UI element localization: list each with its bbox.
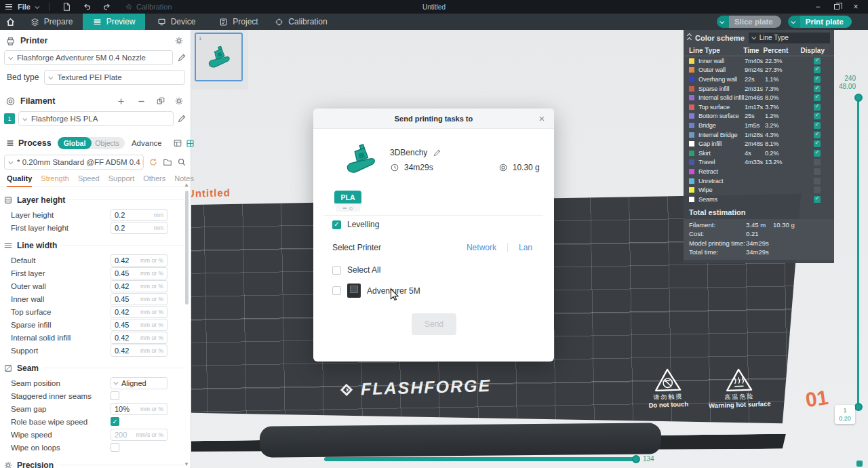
move-slider-handle[interactable] [632, 455, 640, 463]
chevron-down-icon[interactable] [35, 4, 39, 9]
print-dropdown-icon[interactable] [788, 16, 800, 28]
process-tab[interactable]: Others [143, 174, 165, 187]
undo-icon[interactable] [79, 1, 94, 12]
toolbar-tab[interactable]: Calibration [270, 14, 332, 30]
display-checkbox[interactable] [814, 104, 821, 111]
collapse-panel-icon[interactable] [688, 34, 691, 41]
edit-printer-icon[interactable] [177, 53, 186, 62]
display-checkbox[interactable] [814, 140, 821, 147]
file-menu[interactable]: File [18, 3, 31, 11]
display-checkbox[interactable] [814, 85, 821, 92]
param-input[interactable]: 0.45 mm or % [111, 267, 167, 279]
save-preset-icon[interactable] [163, 157, 172, 167]
param-input[interactable]: 0.42 mm or % [111, 345, 167, 357]
param-input[interactable]: 0.45 mm or % [111, 319, 167, 331]
display-checkbox[interactable] [814, 76, 821, 83]
network-link[interactable]: Network [456, 243, 507, 252]
scrollbar-thumb[interactable] [185, 191, 189, 305]
toolbar-tab[interactable]: Device [145, 14, 208, 30]
param-checkbox[interactable] [111, 443, 119, 452]
param-checkbox[interactable] [111, 417, 119, 426]
home-button[interactable] [0, 14, 20, 30]
param-input[interactable]: 0.42 mm or % [111, 254, 167, 267]
edit-filament-icon[interactable] [177, 114, 186, 123]
filament-settings-gear-icon[interactable] [174, 96, 184, 106]
slice-dropdown-icon[interactable] [717, 16, 729, 28]
display-checkbox[interactable] [814, 187, 821, 193]
dialog-close-icon[interactable]: × [536, 113, 547, 124]
display-checkbox[interactable] [814, 94, 821, 101]
layer-range-slider[interactable] [857, 97, 859, 408]
process-tab[interactable]: Quality [7, 174, 32, 187]
flush-volumes-icon[interactable] [156, 96, 165, 106]
param-input[interactable]: 0.42 mm or % [111, 306, 167, 318]
param-select[interactable]: Aligned [111, 377, 167, 389]
objects-grid-icon[interactable] [186, 139, 195, 148]
process-preset-select[interactable]: * 0.20mm Standard @FF AD5M 0.4 Nozzle [4, 155, 144, 170]
search-settings-icon[interactable] [177, 157, 186, 167]
printer-preset-select[interactable]: Flashforge Adventurer 5M 0.4 Nozzle [4, 50, 173, 65]
plate-thumbnail[interactable]: 1 [195, 33, 243, 81]
param-input[interactable]: 0.42 mm or % [111, 332, 167, 344]
toolbar-tab[interactable]: Prepare [20, 14, 83, 30]
layer-slider-bottom-handle[interactable] [854, 403, 863, 411]
sidebar-scrollbar[interactable]: ▲ ▼ [183, 182, 190, 468]
display-checkbox[interactable] [814, 132, 821, 138]
printer-checkbox[interactable] [332, 286, 341, 295]
param-input[interactable]: 0.2 mm [111, 209, 167, 221]
param-input[interactable]: 200 mm/s or % [111, 429, 167, 441]
param-input[interactable]: 0.42 mm or % [111, 280, 167, 292]
select-all-checkbox[interactable] [332, 266, 341, 275]
process-tab[interactable]: Support [108, 174, 135, 187]
display-checkbox[interactable] [814, 122, 821, 129]
add-filament-icon[interactable] [117, 97, 125, 106]
toolbar-tab[interactable]: Project [208, 14, 270, 30]
menu-icon[interactable] [5, 4, 12, 10]
reset-preset-icon[interactable] [149, 157, 158, 167]
total-estimation-rows: Filament: 3.45 m 10.30 g Cost: 0.21 Mode… [684, 219, 834, 260]
bed-type-select[interactable]: Textured PEI Plate [44, 70, 185, 85]
objects-table-icon[interactable] [173, 138, 182, 148]
process-tab[interactable]: Strength [41, 174, 69, 187]
filament-preset-select[interactable]: Flashforge HS PLA [18, 111, 174, 126]
layer-slider-top-handle[interactable] [854, 94, 863, 102]
new-project-icon[interactable] [59, 1, 74, 12]
minimize-button[interactable]: − [810, 1, 826, 12]
scope-global[interactable]: Global [58, 137, 92, 149]
process-scope-toggle[interactable]: Global Objects [58, 137, 125, 149]
print-plate-button[interactable]: Print plate [788, 16, 852, 28]
display-checkbox[interactable] [814, 168, 821, 175]
remove-filament-icon[interactable] [137, 97, 146, 106]
display-checkbox[interactable] [814, 159, 821, 165]
param-checkbox[interactable] [111, 391, 119, 400]
param-input[interactable]: 10% mm or % [111, 403, 167, 415]
levelling-checkbox[interactable] [332, 220, 341, 229]
filament-mapping-widget[interactable] [336, 205, 360, 212]
param-input[interactable]: 0.45 mm or % [111, 293, 167, 305]
scroll-up-icon[interactable]: ▲ [184, 182, 189, 189]
display-checkbox[interactable] [814, 196, 821, 203]
scroll-down-icon[interactable]: ▼ [184, 461, 189, 468]
rename-model-icon[interactable] [433, 149, 441, 157]
lan-link[interactable]: Lan [508, 243, 535, 252]
display-checkbox[interactable] [814, 58, 821, 64]
material-badge[interactable]: PLA [334, 191, 361, 203]
scope-objects[interactable]: Objects [92, 139, 125, 147]
display-checkbox[interactable] [814, 113, 821, 119]
calibration-menu[interactable]: Calibration [124, 1, 172, 12]
close-button[interactable]: × [848, 1, 864, 12]
process-tab[interactable]: Speed [78, 174, 100, 187]
redo-icon[interactable] [100, 1, 115, 12]
move-slider[interactable] [324, 457, 636, 461]
restore-button[interactable] [829, 1, 845, 12]
display-checkbox[interactable] [814, 66, 821, 73]
layer-slider-end-button[interactable] [856, 461, 863, 467]
display-checkbox[interactable] [814, 178, 821, 184]
slice-plate-button[interactable]: Slice plate [717, 16, 781, 28]
toolbar-tab[interactable]: Preview [83, 14, 145, 30]
param-input[interactable]: 0.2 mm [111, 222, 167, 234]
display-checkbox[interactable] [814, 150, 821, 157]
color-scheme-select[interactable]: Line Type [749, 33, 830, 43]
send-button[interactable]: Send [412, 313, 456, 335]
printer-settings-gear-icon[interactable] [174, 36, 184, 45]
